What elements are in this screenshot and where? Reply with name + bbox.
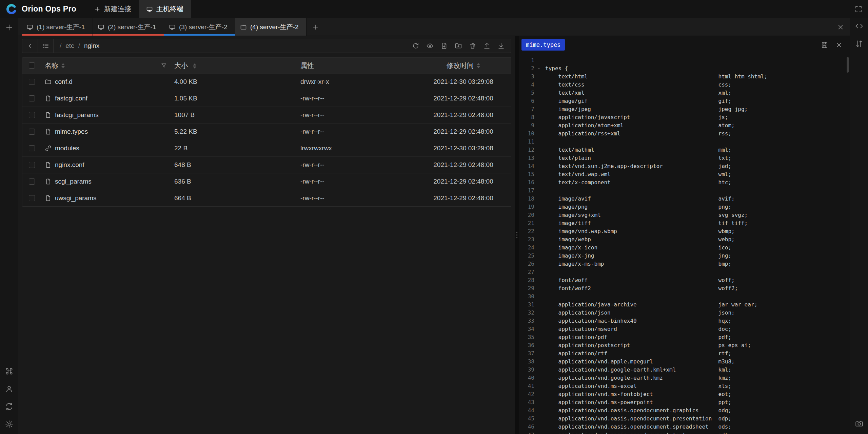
row-checkbox[interactable] <box>29 195 35 201</box>
session-tab-4[interactable]: (4) server-生产-2 <box>235 18 307 36</box>
row-checkbox[interactable] <box>29 129 35 135</box>
code-line[interactable]: 32 application/json json; <box>519 309 850 317</box>
directory-list-button[interactable] <box>38 39 54 53</box>
code-line[interactable]: 42 application/vnd.ms-fontobject eot; <box>519 390 850 398</box>
code-line[interactable]: 30 <box>519 293 850 301</box>
file-row-fastcgi_params[interactable]: fastcgi_params1007 B-rw-r--r--2021-12-29… <box>22 107 511 123</box>
file-name[interactable]: nginx.conf <box>55 161 84 169</box>
select-all-checkbox[interactable] <box>29 62 35 69</box>
add-session-button[interactable] <box>307 18 324 36</box>
row-checkbox[interactable] <box>29 162 35 168</box>
size-sort-button[interactable] <box>193 63 196 69</box>
code-line[interactable]: 36 application/postscript ps eps ai; <box>519 341 850 350</box>
code-line[interactable]: 6 image/gif gif; <box>519 97 850 105</box>
code-line[interactable]: 25 image/x-jng jng; <box>519 252 850 260</box>
session-tab-2[interactable]: (2) server-生产-1 <box>93 18 164 36</box>
code-line[interactable]: 5 text/xml xml; <box>519 89 850 97</box>
code-line[interactable]: 19 image/png png; <box>519 203 850 211</box>
file-name[interactable]: fastcgi_params <box>55 111 99 119</box>
file-name[interactable]: fastcgi.conf <box>55 95 87 102</box>
user-button[interactable] <box>5 384 14 393</box>
file-row-nginx.conf[interactable]: nginx.conf648 B-rw-r--r--2021-12-29 02:4… <box>22 156 511 173</box>
code-line[interactable]: 3 text/html html htm shtml; <box>519 73 850 81</box>
download-button[interactable] <box>497 42 505 50</box>
code-line[interactable]: 15 text/vnd.wap.wml wml; <box>519 170 850 178</box>
file-name[interactable]: mime.types <box>55 128 88 135</box>
code-line[interactable]: 40 application/vnd.google-earth.kmz kmz; <box>519 374 850 382</box>
file-name[interactable]: scgi_params <box>55 178 92 185</box>
session-tab-3[interactable]: (3) server-生产-2 <box>164 18 235 36</box>
code-line[interactable]: 11 <box>519 138 850 146</box>
code-line[interactable]: 29 font/woff2 woff2; <box>519 284 850 293</box>
file-row-fastcgi.conf[interactable]: fastcgi.conf1.05 KB-rw-r--r--2021-12-29 … <box>22 90 511 107</box>
code-line[interactable]: 14 text/vnd.sun.j2me.app-descriptor jad; <box>519 162 850 170</box>
code-line[interactable]: 4 text/css css; <box>519 81 850 89</box>
breadcrumb-segment-nginx[interactable]: nginx <box>84 42 99 50</box>
open-file-tab[interactable]: mime.types <box>521 39 565 51</box>
folder-plus-button[interactable] <box>455 42 462 50</box>
code-line[interactable]: 37 application/rtf rtf; <box>519 350 850 358</box>
code-line[interactable]: 47 application/vnd.oasis.opendocument.te… <box>519 431 850 434</box>
row-checkbox[interactable] <box>29 178 35 185</box>
code-line[interactable]: 41 application/vnd.ms-excel xls; <box>519 382 850 390</box>
file-row-conf.d[interactable]: conf.d4.00 KBdrwxr-xr-x2021-12-30 03:29:… <box>22 73 511 90</box>
fullscreen-button[interactable] <box>854 5 863 13</box>
code-line[interactable]: 23 image/webp webp; <box>519 235 850 244</box>
close-button[interactable] <box>835 41 843 49</box>
fold-chevron-icon[interactable] <box>534 64 544 73</box>
code-line[interactable]: 46 application/vnd.oasis.opendocument.sp… <box>519 423 850 431</box>
gear-button[interactable] <box>5 420 14 429</box>
file-row-modules[interactable]: modules22 Blrwxrwxrwx2021-12-30 03:29:08 <box>22 140 511 156</box>
code-line[interactable]: 31 application/java-archive jar war ear; <box>519 301 850 309</box>
menu-item-host-terminal[interactable]: 主机终端 <box>139 0 191 18</box>
row-checkbox[interactable] <box>29 95 35 101</box>
code-line[interactable]: 2types { <box>519 64 850 73</box>
command-button[interactable] <box>5 367 14 376</box>
file-plus-button[interactable] <box>440 42 448 50</box>
save-button[interactable] <box>821 41 828 49</box>
row-checkbox[interactable] <box>29 79 35 85</box>
code-line[interactable]: 24 image/x-icon ico; <box>519 244 850 252</box>
session-tab-1[interactable]: (1) server-生产-1 <box>22 18 93 36</box>
eye-button[interactable] <box>426 42 434 50</box>
plus-button[interactable] <box>5 23 14 32</box>
file-name[interactable]: uwsgi_params <box>55 194 97 202</box>
code-line[interactable]: 43 application/vnd.ms-powerpoint ppt; <box>519 398 850 407</box>
name-sort-button[interactable] <box>61 63 65 68</box>
file-name[interactable]: conf.d <box>55 78 73 86</box>
code-line[interactable]: 39 application/vnd.google-earth.kml+xml … <box>519 366 850 374</box>
code-line[interactable]: 27 <box>519 268 850 276</box>
code-line[interactable]: 13 text/plain txt; <box>519 154 850 162</box>
file-row-mime.types[interactable]: mime.types5.22 KB-rw-r--r--2021-12-29 02… <box>22 123 511 140</box>
editor-scrollbar[interactable] <box>847 57 849 73</box>
menu-item-new-connection[interactable]: 新建连接 <box>86 0 139 18</box>
row-checkbox[interactable] <box>29 112 35 118</box>
code-line[interactable]: 26 image/x-ms-bmp bmp; <box>519 260 850 268</box>
row-checkbox[interactable] <box>29 145 35 151</box>
code-line[interactable]: 22 image/vnd.wap.wbmp wbmp; <box>519 227 850 235</box>
sync-button[interactable] <box>5 402 14 411</box>
code-line[interactable]: 1 <box>519 56 850 64</box>
refresh-button[interactable] <box>412 42 419 50</box>
code-line[interactable]: 28 font/woff woff; <box>519 276 850 284</box>
code-line[interactable]: 34 application/msword doc; <box>519 325 850 333</box>
code-line[interactable]: 20 image/svg+xml svg svgz; <box>519 211 850 219</box>
code-line[interactable]: 44 application/vnd.oasis.opendocument.gr… <box>519 407 850 415</box>
swap-vertical-button[interactable] <box>855 39 864 48</box>
code-line[interactable]: 35 application/pdf pdf; <box>519 333 850 341</box>
code-line[interactable]: 9 application/atom+xml atom; <box>519 121 850 130</box>
code-line[interactable]: 7 image/jpeg jpeg jpg; <box>519 105 850 113</box>
mtime-sort-button[interactable] <box>477 63 480 68</box>
breadcrumb-segment-etc[interactable]: etc <box>65 42 74 50</box>
file-row-uwsgi_params[interactable]: uwsgi_params664 B-rw-r--r--2021-12-29 02… <box>22 190 511 206</box>
code-line[interactable]: 8 application/javascript js; <box>519 113 850 121</box>
code-button[interactable] <box>855 22 864 31</box>
code-line[interactable]: 33 application/mac-binhex40 hqx; <box>519 317 850 325</box>
close-all-sessions-button[interactable] <box>837 23 844 31</box>
code-line[interactable]: 21 image/tiff tif tiff; <box>519 219 850 227</box>
panel-splitter[interactable] <box>515 36 519 434</box>
upload-button[interactable] <box>483 42 491 50</box>
code-line[interactable]: 16 text/x-component htc; <box>519 178 850 187</box>
code-line[interactable]: 10 application/rss+xml rss; <box>519 130 850 138</box>
camera-button[interactable] <box>855 419 864 428</box>
